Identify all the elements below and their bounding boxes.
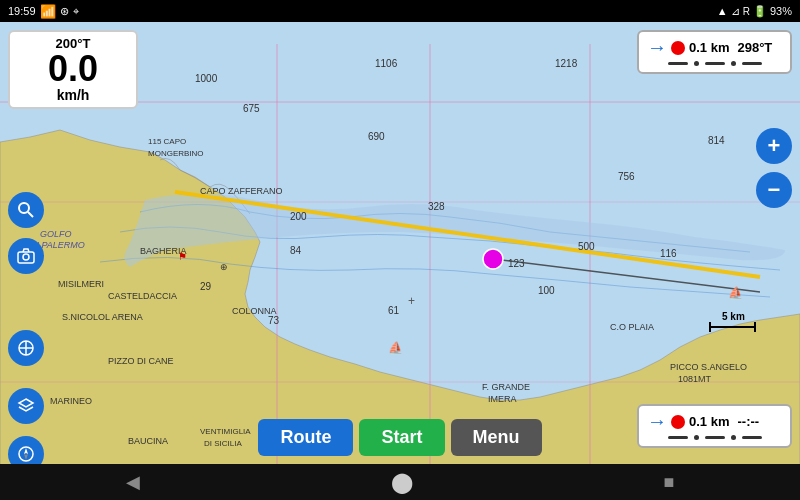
svg-text:⛵: ⛵	[388, 340, 403, 355]
bottom-nav: ◀ ⬤ ■	[0, 464, 800, 500]
svg-text:1081MT: 1081MT	[678, 374, 712, 384]
svg-text:PICCO S.ANGELO: PICCO S.ANGELO	[670, 362, 747, 372]
action-buttons: Route Start Menu	[0, 419, 800, 456]
start-button[interactable]: Start	[359, 419, 444, 456]
nav-dashes-top	[647, 59, 782, 68]
data-icon: R	[743, 6, 750, 17]
svg-line-59	[28, 212, 33, 217]
svg-text:200: 200	[290, 211, 307, 222]
dash-line-3	[742, 62, 762, 65]
battery-percent: 93%	[770, 5, 792, 17]
svg-text:⊕: ⊕	[220, 262, 228, 272]
svg-text:IMERA: IMERA	[488, 394, 517, 404]
svg-text:MONGERBINO: MONGERBINO	[148, 149, 204, 158]
status-right: ▲ ⊿ R 🔋 93%	[717, 5, 792, 18]
back-button[interactable]: ◀	[126, 471, 140, 493]
svg-text:1106: 1106	[375, 58, 398, 69]
svg-text:GOLFO: GOLFO	[40, 229, 72, 239]
bluetooth-icon: 📶	[40, 4, 56, 19]
nav-bearing-top: 298°T	[737, 40, 772, 55]
svg-text:100: 100	[538, 285, 555, 296]
svg-text:⛵: ⛵	[728, 285, 743, 300]
svg-text:5 km: 5 km	[722, 311, 745, 322]
nav-box-top: → 0.1 km 298°T	[637, 30, 792, 74]
svg-text:+: +	[408, 294, 415, 308]
svg-text:S.NICOLOL ARENA: S.NICOLOL ARENA	[62, 312, 143, 322]
svg-text:COLONNA: COLONNA	[232, 306, 277, 316]
svg-text:116: 116	[660, 248, 677, 259]
svg-text:MARINEO: MARINEO	[50, 396, 92, 406]
dash-line-2	[705, 62, 725, 65]
battery-icon: 🔋	[753, 5, 767, 18]
camera-button[interactable]	[8, 238, 44, 274]
dash-dot-1	[694, 61, 699, 66]
svg-text:MISILMERI: MISILMERI	[58, 279, 104, 289]
svg-text:61: 61	[388, 305, 400, 316]
recent-button[interactable]: ■	[664, 472, 675, 493]
route-button[interactable]: Route	[258, 419, 353, 456]
svg-text:675: 675	[243, 103, 260, 114]
svg-text:84: 84	[290, 245, 302, 256]
svg-text:⚑: ⚑	[178, 251, 187, 262]
time-display: 19:59	[8, 5, 36, 17]
speed-display: 0.0	[18, 51, 128, 87]
waypoint-button[interactable]	[8, 330, 44, 366]
svg-text:690: 690	[368, 131, 385, 142]
svg-text:CAPO ZAFFERANO: CAPO ZAFFERANO	[200, 186, 283, 196]
svg-point-61	[23, 254, 29, 260]
svg-text:73: 73	[268, 315, 280, 326]
svg-text:500: 500	[578, 241, 595, 252]
wifi-icon: ⊛	[60, 5, 69, 18]
menu-button[interactable]: Menu	[451, 419, 542, 456]
status-bar: 19:59 📶 ⊛ ⌖ ▲ ⊿ R 🔋 93%	[0, 0, 800, 22]
status-left: 19:59 📶 ⊛ ⌖	[8, 4, 79, 19]
wifi-icon2: ⊿	[731, 5, 740, 18]
signal-icon: ▲	[717, 5, 728, 17]
dash-dot-2	[731, 61, 736, 66]
speed-box: 200°T 0.0 km/h	[8, 30, 138, 109]
zoom-out-button[interactable]: −	[756, 172, 792, 208]
nav-waypoint-dot-top	[671, 41, 685, 55]
svg-text:1218: 1218	[555, 58, 578, 69]
nav-distance-top: 0.1 km	[689, 40, 729, 55]
svg-text:756: 756	[618, 171, 635, 182]
svg-text:123: 123	[508, 258, 525, 269]
nav-arrow-top: →	[647, 36, 667, 59]
svg-text:328: 328	[428, 201, 445, 212]
svg-text:PIZZO DI CANE: PIZZO DI CANE	[108, 356, 174, 366]
svg-point-48	[483, 249, 503, 269]
svg-text:115 CAPO: 115 CAPO	[148, 137, 186, 146]
svg-text:F. GRANDE: F. GRANDE	[482, 382, 530, 392]
svg-text:CASTELDACCIA: CASTELDACCIA	[108, 291, 177, 301]
svg-text:C.O PLAIA: C.O PLAIA	[610, 322, 654, 332]
svg-text:814: 814	[708, 135, 725, 146]
svg-text:29: 29	[200, 281, 212, 292]
svg-text:1000: 1000	[195, 73, 218, 84]
dash-line-1	[668, 62, 688, 65]
search-button[interactable]	[8, 192, 44, 228]
home-button[interactable]: ⬤	[391, 470, 413, 494]
speed-unit: km/h	[18, 87, 128, 103]
svg-point-58	[19, 203, 29, 213]
zoom-in-button[interactable]: +	[756, 128, 792, 164]
location-icon: ⌖	[73, 5, 79, 18]
